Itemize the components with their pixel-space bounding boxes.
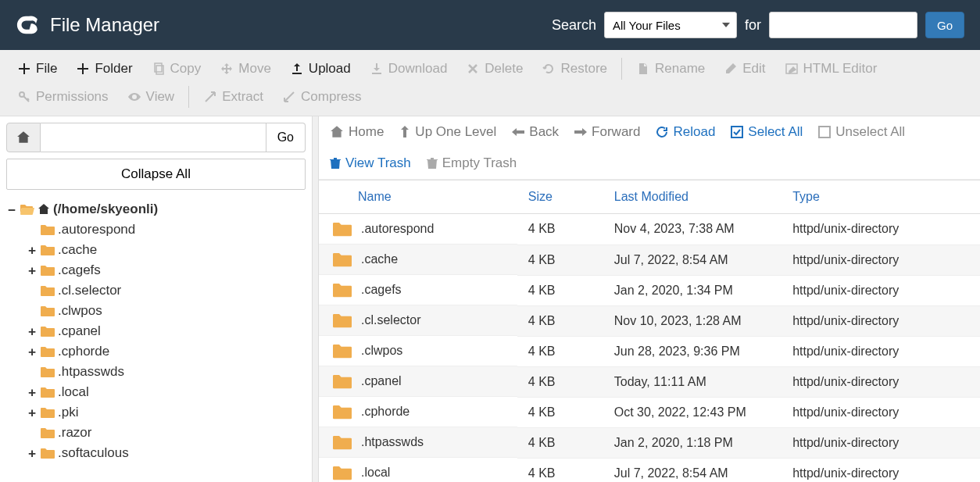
delete-button[interactable]: Delete — [456, 55, 532, 83]
tree-root[interactable]: − (/home/skyeonli) — [6, 199, 306, 220]
tree-item[interactable]: +.clwpos — [27, 301, 306, 321]
view-trash-label: View Trash — [345, 155, 411, 171]
expand-icon[interactable]: + — [27, 446, 38, 461]
download-button[interactable]: Download — [360, 55, 457, 83]
up-level-button[interactable]: Up One Level — [399, 124, 496, 140]
tree-item[interactable]: +.cpanel — [27, 321, 306, 341]
cell-modified: Jan 2, 2020, 1:18 PM — [603, 427, 781, 458]
folder-tree: − (/home/skyeonli) +.autorespond+.cache+… — [0, 196, 312, 482]
tree-item[interactable]: +.cache — [27, 240, 306, 260]
col-size[interactable]: Size — [517, 180, 603, 214]
new-file-button[interactable]: File — [8, 55, 66, 83]
up-label: Up One Level — [415, 124, 496, 140]
table-row[interactable]: .cl.selector4 KBNov 10, 2023, 1:28 AMhtt… — [319, 305, 980, 336]
reload-button[interactable]: Reload — [656, 124, 715, 140]
table-row[interactable]: .clwpos4 KBJun 28, 2023, 9:36 PMhttpd/un… — [319, 336, 980, 366]
expand-icon[interactable]: + — [27, 405, 38, 420]
cell-name: .cagefs — [319, 275, 517, 305]
copy-button[interactable]: Copy — [142, 55, 211, 83]
table-row[interactable]: .local4 KBJul 7, 2022, 8:54 AMhttpd/unix… — [319, 458, 980, 482]
extract-label: Extract — [222, 89, 263, 105]
permissions-button[interactable]: Permissions — [8, 83, 118, 111]
table-row[interactable]: .htpasswds4 KBJan 2, 2020, 1:18 PMhttpd/… — [319, 427, 980, 458]
table-row[interactable]: .cphorde4 KBOct 30, 2022, 12:43 PMhttpd/… — [319, 397, 980, 427]
tree-item[interactable]: +.htpasswds — [27, 362, 306, 382]
table-row[interactable]: .cache4 KBJul 7, 2022, 8:54 AMhttpd/unix… — [319, 245, 980, 275]
expand-icon[interactable]: + — [27, 385, 38, 400]
cell-size: 4 KB — [517, 397, 603, 427]
sidebar: Go Collapse All − (/home/skyeonli) +.aut… — [0, 116, 313, 482]
view-button[interactable]: View — [118, 83, 184, 111]
html-editor-label: HTML Editor — [803, 61, 878, 77]
upload-button[interactable]: Upload — [281, 55, 360, 83]
tree-item[interactable]: +.pki — [27, 402, 306, 423]
empty-trash-button[interactable]: Empty Trash — [427, 155, 517, 171]
header-search: Search All Your Files for Go — [552, 12, 964, 38]
sidebar-home-button[interactable] — [6, 123, 41, 152]
collapse-icon[interactable]: − — [6, 202, 17, 217]
tree-item[interactable]: +.cagefs — [27, 260, 306, 280]
rename-button[interactable]: Rename — [627, 55, 714, 83]
tree-item[interactable]: +.softaculous — [27, 443, 306, 463]
edit-button[interactable]: Edit — [714, 55, 774, 83]
collapse-all-button[interactable]: Collapse All — [6, 159, 306, 190]
table-row[interactable]: .autorespond4 KBNov 4, 2023, 7:38 AMhttp… — [319, 214, 980, 245]
file-name: .local — [361, 466, 390, 480]
table-header-row: Name Size Last Modified Type — [319, 180, 980, 214]
col-modified[interactable]: Last Modified — [603, 180, 781, 214]
tree-item-label: .clwpos — [58, 303, 102, 319]
restore-button[interactable]: Restore — [532, 55, 617, 83]
tree-item[interactable]: +.razor — [27, 423, 306, 443]
move-button[interactable]: Move — [210, 55, 281, 83]
search-go-button[interactable]: Go — [925, 12, 964, 38]
back-label: Back — [529, 124, 559, 140]
cell-size: 4 KB — [517, 245, 603, 275]
file-label: File — [36, 61, 57, 77]
content-area: Home Up One Level Back Forward Reload Se… — [319, 116, 980, 482]
col-name[interactable]: Name — [319, 180, 517, 214]
cell-modified: Oct 30, 2022, 12:43 PM — [603, 397, 781, 427]
new-folder-button[interactable]: Folder — [66, 55, 141, 83]
cell-name: .cpanel — [319, 366, 517, 397]
splitter[interactable] — [313, 116, 319, 482]
tree-item[interactable]: +.cphorde — [27, 341, 306, 362]
upload-label: Upload — [309, 61, 351, 77]
folder-icon — [41, 387, 55, 398]
view-trash-button[interactable]: View Trash — [330, 155, 411, 171]
tree-item[interactable]: +.local — [27, 382, 306, 402]
sidebar-go-button[interactable]: Go — [266, 123, 306, 152]
expand-icon[interactable]: + — [27, 345, 38, 359]
compress-button[interactable]: Compress — [273, 83, 370, 111]
search-input[interactable] — [769, 12, 917, 38]
expand-icon[interactable]: + — [27, 243, 38, 258]
home-button[interactable]: Home — [330, 124, 384, 140]
unselect-all-button[interactable]: Unselect All — [818, 124, 905, 140]
table-row[interactable]: .cpanel4 KBToday, 11:11 AMhttpd/unix-dir… — [319, 366, 980, 397]
tree-item[interactable]: +.cl.selector — [27, 280, 306, 301]
tree-item-label: .razor — [58, 425, 91, 441]
home-icon — [330, 126, 344, 138]
search-scope-select[interactable]: All Your Files — [604, 12, 737, 38]
folder-icon — [333, 282, 352, 298]
table-row[interactable]: .cagefs4 KBJan 2, 2020, 1:34 PMhttpd/uni… — [319, 275, 980, 305]
back-button[interactable]: Back — [512, 124, 559, 140]
uncheck-icon — [818, 126, 831, 138]
col-type[interactable]: Type — [781, 180, 980, 214]
html-editor-button[interactable]: HTML Editor — [775, 55, 887, 83]
trash-icon — [330, 157, 341, 170]
select-all-button[interactable]: Select All — [731, 124, 803, 140]
home-label: Home — [349, 124, 384, 140]
folder-icon — [333, 404, 352, 420]
tree-item-label: .cpanel — [58, 323, 101, 339]
copy-icon — [152, 62, 166, 76]
tree-item[interactable]: +.autorespond — [27, 220, 306, 240]
toolbar-separator — [621, 58, 622, 80]
file-name: .cl.selector — [361, 313, 420, 327]
forward-button[interactable]: Forward — [574, 124, 640, 140]
expand-icon[interactable]: + — [27, 263, 38, 278]
extract-button[interactable]: Extract — [194, 83, 273, 111]
path-input[interactable] — [41, 123, 266, 152]
content-toolbar: Home Up One Level Back Forward Reload Se… — [319, 116, 980, 180]
expand-icon[interactable]: + — [27, 324, 38, 339]
folder-icon — [41, 265, 55, 276]
